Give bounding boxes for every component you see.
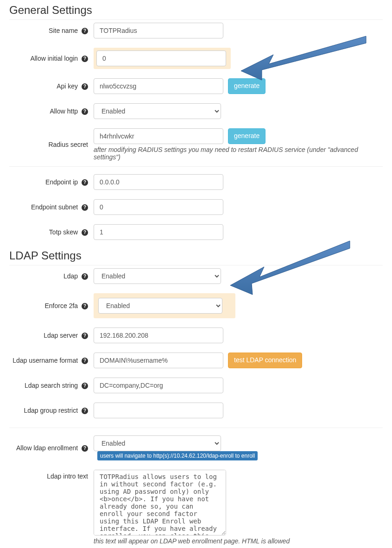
- ldap-server-label: Ldap server: [44, 332, 78, 339]
- help-icon[interactable]: ?: [82, 383, 88, 389]
- endpoint-subnet-input[interactable]: [94, 199, 223, 215]
- api-key-input[interactable]: [94, 78, 223, 94]
- ldap-select[interactable]: Enabled: [94, 268, 221, 284]
- allow-initial-login-input[interactable]: [96, 50, 226, 66]
- help-icon[interactable]: ?: [82, 83, 88, 90]
- allow-ldap-enrollment-select[interactable]: Enabled: [94, 435, 221, 451]
- ldap-username-format-input[interactable]: [94, 353, 223, 368]
- help-icon[interactable]: ?: [82, 204, 88, 211]
- help-icon[interactable]: ?: [82, 303, 88, 309]
- help-icon[interactable]: ?: [82, 408, 88, 414]
- allow-ldap-enrollment-label: Allow ldap enrollment: [16, 444, 78, 452]
- ldap-intro-textarea[interactable]: TOTPRadius allows users to log in withou…: [94, 470, 226, 535]
- help-icon[interactable]: ?: [82, 273, 88, 280]
- pointer-arrow-icon: [225, 235, 359, 300]
- ldap-group-restrict-label: Ldap group restrict: [24, 407, 78, 414]
- help-icon[interactable]: ?: [82, 179, 88, 186]
- radius-secret-input[interactable]: [94, 128, 223, 144]
- ldap-search-string-label: Ldap search string: [25, 382, 78, 389]
- allow-initial-login-label: Allow initial login: [30, 55, 78, 62]
- generate-radius-secret-button[interactable]: generate: [228, 128, 266, 144]
- api-key-label: Api key: [57, 82, 78, 90]
- generate-api-key-button[interactable]: generate: [228, 78, 266, 94]
- general-settings-heading: General Settings: [9, 4, 383, 20]
- help-icon[interactable]: ?: [82, 229, 88, 236]
- enrollment-url-badge: users will navigate to http(s)://10.24.6…: [97, 451, 258, 460]
- radius-help-text: after modifying RADIUS settings you may …: [94, 146, 383, 161]
- help-icon[interactable]: ?: [82, 56, 88, 62]
- ldap-group-restrict-input[interactable]: [94, 403, 223, 418]
- ldap-server-input[interactable]: [94, 328, 223, 343]
- allow-http-select[interactable]: Enabled: [94, 103, 221, 119]
- ldap-settings-heading: LDAP Settings: [9, 249, 383, 265]
- ldap-search-string-input[interactable]: [94, 378, 223, 393]
- endpoint-subnet-label: Endpoint subnet: [31, 203, 78, 211]
- enforce-2fa-label: Enforce 2fa: [45, 302, 78, 309]
- ldap-username-format-label: Ldap username format: [13, 357, 78, 364]
- divider: [9, 428, 383, 428]
- totp-skew-label: Totp skew: [49, 228, 78, 236]
- help-icon[interactable]: ?: [82, 28, 88, 34]
- totp-skew-input[interactable]: [94, 224, 223, 240]
- test-ldap-connection-button[interactable]: test LDAP connection: [228, 353, 302, 368]
- endpoint-ip-label: Endpoint ip: [45, 178, 78, 186]
- enforce-2fa-select[interactable]: Enabled: [98, 298, 222, 314]
- help-icon[interactable]: ?: [82, 108, 88, 115]
- ldap-intro-text-label: Ldap intro text: [47, 472, 88, 480]
- site-name-label: Site name: [49, 27, 78, 34]
- ldap-label: Ldap: [63, 272, 78, 280]
- help-icon[interactable]: ?: [82, 358, 88, 364]
- help-icon[interactable]: ?: [82, 445, 88, 452]
- site-name-input[interactable]: [94, 23, 223, 38]
- allow-http-label: Allow http: [50, 107, 78, 115]
- divider: [9, 166, 383, 167]
- endpoint-ip-input[interactable]: [94, 174, 223, 190]
- help-icon[interactable]: ?: [82, 333, 88, 339]
- radius-secret-label: Radius secret: [48, 141, 88, 148]
- ldap-intro-help-text: this text will appear on LDAP web enroll…: [94, 537, 383, 545]
